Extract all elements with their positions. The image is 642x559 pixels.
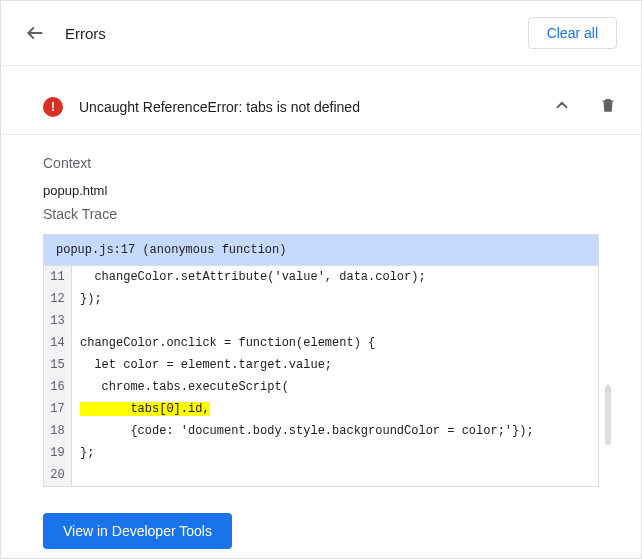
code-line: 15 let color = element.target.value;	[44, 354, 598, 376]
line-code: {code: 'document.body.style.backgroundCo…	[72, 420, 542, 442]
view-devtools-button[interactable]: View in Developer Tools	[43, 513, 232, 549]
context-value: popup.html	[43, 183, 599, 198]
header-bar: Errors Clear all	[1, 1, 641, 66]
code-line: 14changeColor.onclick = function(element…	[44, 332, 598, 354]
code-line: 12});	[44, 288, 598, 310]
code-line: 13	[44, 310, 598, 332]
delete-icon[interactable]	[599, 96, 617, 118]
error-row-left: ! Uncaught ReferenceError: tabs is not d…	[43, 97, 360, 117]
line-number: 13	[44, 310, 72, 332]
line-code: chrome.tabs.executeScript(	[72, 376, 297, 398]
line-code: changeColor.setAttribute('value', data.c…	[72, 266, 434, 288]
line-code: let color = element.target.value;	[72, 354, 340, 376]
code-line: 18 {code: 'document.body.style.backgroun…	[44, 420, 598, 442]
line-number: 17	[44, 398, 72, 420]
code-block: 11 changeColor.setAttribute('value', dat…	[43, 265, 599, 487]
error-row-right	[553, 96, 617, 118]
line-number: 19	[44, 442, 72, 464]
highlighted-code: tabs[0].id,	[80, 402, 210, 416]
error-row[interactable]: ! Uncaught ReferenceError: tabs is not d…	[1, 80, 641, 135]
header-left: Errors	[25, 23, 106, 43]
stack-trace-header: popup.js:17 (anonymous function)	[43, 234, 599, 265]
line-number: 15	[44, 354, 72, 376]
stack-trace-label: Stack Trace	[43, 206, 599, 222]
line-number: 16	[44, 376, 72, 398]
line-code: tabs[0].id,	[72, 398, 218, 420]
context-label: Context	[43, 155, 599, 171]
line-number: 12	[44, 288, 72, 310]
code-line: 16 chrome.tabs.executeScript(	[44, 376, 598, 398]
collapse-chevron-icon[interactable]	[553, 96, 571, 118]
scrollbar[interactable]	[605, 385, 611, 445]
line-code: changeColor.onclick = function(element) …	[72, 332, 383, 354]
error-icon: !	[43, 97, 63, 117]
code-line: 11 changeColor.setAttribute('value', dat…	[44, 266, 598, 288]
code-wrapper: 11 changeColor.setAttribute('value', dat…	[43, 265, 599, 487]
code-line: 19};	[44, 442, 598, 464]
line-number: 11	[44, 266, 72, 288]
line-code: };	[72, 442, 102, 464]
line-code: });	[72, 288, 110, 310]
error-details: Context popup.html Stack Trace popup.js:…	[1, 135, 641, 487]
error-message: Uncaught ReferenceError: tabs is not def…	[79, 99, 360, 115]
code-line: 17 tabs[0].id,	[44, 398, 598, 420]
clear-all-button[interactable]: Clear all	[528, 17, 617, 49]
back-arrow-icon[interactable]	[25, 23, 45, 43]
line-number: 14	[44, 332, 72, 354]
line-code	[72, 310, 88, 332]
line-code	[72, 464, 88, 486]
code-line: 20	[44, 464, 598, 486]
line-number: 20	[44, 464, 72, 486]
page-title: Errors	[65, 25, 106, 42]
line-number: 18	[44, 420, 72, 442]
